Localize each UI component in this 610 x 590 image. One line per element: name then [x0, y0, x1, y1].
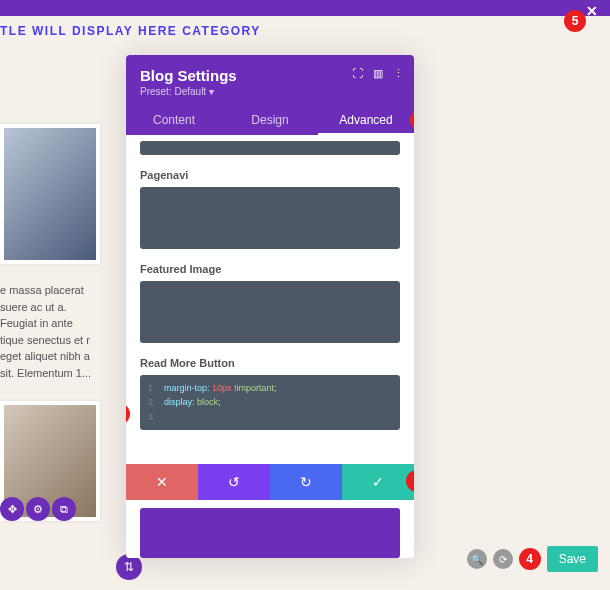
module-settings-icon[interactable]: ⚙ — [26, 497, 50, 521]
panel-tabs: Content Design Advanced 1 — [126, 105, 414, 135]
breadcrumb: TLE WILL DISPLAY HERE CATEGORY — [0, 16, 610, 46]
callout-badge-4: 4 — [519, 548, 541, 570]
panel-header: Blog Settings Preset: Default ▾ ⛶ ▥ ⋮ — [126, 55, 414, 105]
callout-badge-2: 2 — [126, 403, 130, 425]
panel-preset[interactable]: Preset: Default ▾ — [140, 86, 400, 97]
section-label-featured: Featured Image — [140, 263, 400, 275]
left-column: e massa placerat suere ac ut a. Feugiat … — [0, 124, 100, 521]
search-icon[interactable]: 🔍 — [467, 549, 487, 569]
close-icon[interactable]: ✕ — [586, 3, 598, 19]
columns-icon[interactable]: ▥ — [373, 67, 383, 80]
tab-advanced[interactable]: Advanced 1 — [318, 105, 414, 135]
featured-image-preview-1 — [0, 124, 100, 264]
cancel-button[interactable]: ✕ — [126, 464, 198, 500]
expand-icon[interactable]: ⛶ — [352, 67, 363, 80]
tab-design[interactable]: Design — [222, 105, 318, 135]
module-preview — [140, 508, 400, 558]
css-box-readmore[interactable]: 1margin-top: 10px !important; 2display: … — [140, 375, 400, 430]
panel-body: Pagenavi Featured Image Read More Button… — [126, 135, 414, 464]
section-label-readmore: Read More Button — [140, 357, 400, 369]
section-label-pagenavi: Pagenavi — [140, 169, 400, 181]
callout-badge-5: 5 — [564, 10, 586, 32]
panel-actions: ✕ ↺ ↻ ✓ 3 — [126, 464, 414, 500]
module-move-icon[interactable]: ✥ — [0, 497, 24, 521]
save-button[interactable]: Save — [547, 546, 598, 572]
css-box-pagenavi[interactable] — [140, 187, 400, 249]
css-box-featured[interactable] — [140, 281, 400, 343]
post-excerpt: e massa placerat suere ac ut a. Feugiat … — [0, 264, 100, 381]
kebab-menu-icon[interactable]: ⋮ — [393, 67, 404, 80]
module-duplicate-icon[interactable]: ⧉ — [52, 497, 76, 521]
settings-panel: Blog Settings Preset: Default ▾ ⛶ ▥ ⋮ Co… — [126, 55, 414, 558]
confirm-button[interactable]: ✓ 3 — [342, 464, 414, 500]
undo-button[interactable]: ↺ — [198, 464, 270, 500]
featured-image-preview-2: ✥ ⚙ ⧉ — [0, 401, 100, 521]
footer-actions: 🔍 ⟳ 4 Save — [467, 546, 598, 572]
history-icon[interactable]: ⟳ — [493, 549, 513, 569]
tab-content[interactable]: Content — [126, 105, 222, 135]
callout-badge-1: 1 — [410, 109, 414, 131]
top-bar: ✕ — [0, 0, 610, 16]
callout-badge-3: 3 — [406, 470, 414, 492]
redo-button[interactable]: ↻ — [270, 464, 342, 500]
css-box-prev[interactable] — [140, 141, 400, 155]
